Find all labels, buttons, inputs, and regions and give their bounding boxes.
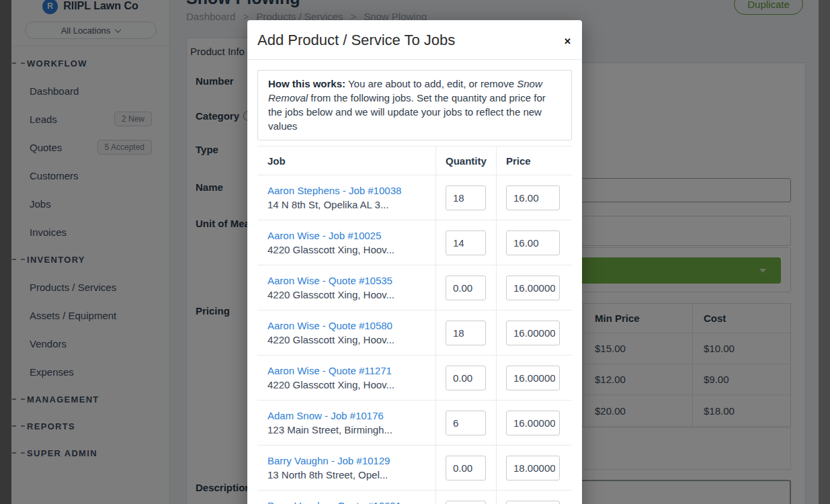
job-row: Barry Vaughn - Job #10129 13 North 8th S… <box>257 446 572 491</box>
price-input[interactable] <box>506 321 560 345</box>
quantity-cell <box>435 401 496 445</box>
price-input[interactable] <box>506 276 560 300</box>
price-input[interactable] <box>506 411 560 435</box>
job-cell: Aaron Wise - Quote #10580 4220 Glasscott… <box>257 320 435 345</box>
job-link[interactable]: Aaron Wise - Quote #10580 <box>267 320 430 331</box>
price-cell <box>496 401 572 445</box>
how-note-text-1: You are about to add, edit, or remove <box>345 78 517 89</box>
price-cell <box>496 310 572 355</box>
price-cell <box>496 265 572 310</box>
quantity-input[interactable] <box>446 501 486 504</box>
job-cell: Aaron Wise - Quote #11271 4220 Glasscott… <box>257 365 435 390</box>
job-row: Aaron Wise - Quote #10580 4220 Glasscott… <box>257 310 572 355</box>
job-link[interactable]: Aaron Wise - Quote #10535 <box>267 275 430 286</box>
modal-header: Add Product / Service To Jobs <box>247 20 582 60</box>
job-cell: Aaron Wise - Quote #10535 4220 Glasscott… <box>257 275 435 300</box>
quantity-cell <box>435 310 496 355</box>
quantity-input[interactable] <box>446 321 486 345</box>
quantity-input[interactable] <box>446 456 486 480</box>
close-icon[interactable] <box>564 36 571 46</box>
modal-title: Add Product / Service To Jobs <box>257 32 572 49</box>
job-row: Barry Vaughn - Quote #10691 13 North 8th… <box>257 491 572 504</box>
quantity-input[interactable] <box>446 411 486 435</box>
job-link[interactable]: Barry Vaughn - Quote #10691 <box>267 500 430 504</box>
quantity-cell <box>435 355 496 400</box>
jobs-table: Job Quantity Price Aaron Stephens - Job … <box>257 146 572 504</box>
job-address: 4220 Glasscott Xing, Hoov... <box>267 334 430 345</box>
quantity-input[interactable] <box>446 185 486 210</box>
price-input[interactable] <box>506 230 560 255</box>
job-link[interactable]: Aaron Wise - Quote #11271 <box>267 365 430 376</box>
job-address: 4220 Glasscott Xing, Hoov... <box>267 379 430 390</box>
job-address: 13 North 8th Street, Opel... <box>267 469 430 480</box>
price-input[interactable] <box>506 366 560 390</box>
job-cell: Aaron Wise - Job #10025 4220 Glasscott X… <box>257 230 435 255</box>
col-quantity: Quantity <box>435 146 496 175</box>
quantity-cell <box>435 175 496 220</box>
job-row: Aaron Wise - Quote #11271 4220 Glasscott… <box>257 355 572 401</box>
price-cell <box>496 175 572 220</box>
job-cell: Adam Snow - Job #10176 123 Main Street, … <box>257 410 435 435</box>
job-link[interactable]: Aaron Wise - Job #10025 <box>267 230 430 241</box>
quantity-cell <box>435 220 496 265</box>
modal-body: How this works: You are about to add, ed… <box>247 60 582 504</box>
quantity-input[interactable] <box>446 276 486 300</box>
job-row: Adam Snow - Job #10176 123 Main Street, … <box>257 401 572 446</box>
price-input[interactable] <box>506 456 560 480</box>
job-cell: Barry Vaughn - Job #10129 13 North 8th S… <box>257 455 435 480</box>
how-this-works-note: How this works: You are about to add, ed… <box>257 70 572 140</box>
price-cell <box>496 446 572 490</box>
quantity-cell <box>435 446 496 490</box>
quantity-input[interactable] <box>446 366 486 390</box>
quantity-cell <box>435 491 496 504</box>
jobs-table-body: Aaron Stephens - Job #10038 14 N 8th St,… <box>257 175 572 504</box>
quantity-input[interactable] <box>446 230 486 255</box>
price-cell <box>496 491 572 504</box>
job-link[interactable]: Adam Snow - Job #10176 <box>267 410 430 421</box>
col-price: Price <box>496 146 572 175</box>
add-product-modal: Add Product / Service To Jobs How this w… <box>247 20 582 504</box>
job-row: Aaron Stephens - Job #10038 14 N 8th St,… <box>257 175 572 220</box>
how-note-lead: How this works: <box>268 78 345 89</box>
job-row: Aaron Wise - Job #10025 4220 Glasscott X… <box>257 220 572 265</box>
job-link[interactable]: Aaron Stephens - Job #10038 <box>267 185 430 196</box>
job-cell: Aaron Stephens - Job #10038 14 N 8th St,… <box>257 185 435 210</box>
job-address: 4220 Glasscott Xing, Hoov... <box>267 289 430 300</box>
quantity-cell <box>435 265 496 310</box>
price-cell <box>496 220 572 265</box>
jobs-table-header: Job Quantity Price <box>257 146 572 175</box>
job-link[interactable]: Barry Vaughn - Job #10129 <box>267 455 430 466</box>
price-cell <box>496 355 572 400</box>
job-address: 4220 Glasscott Xing, Hoov... <box>267 244 430 255</box>
job-row: Aaron Wise - Quote #10535 4220 Glasscott… <box>257 265 572 310</box>
scrollbar[interactable] <box>819 0 830 504</box>
job-cell: Barry Vaughn - Quote #10691 13 North 8th… <box>257 500 435 504</box>
job-address: 123 Main Street, Birmingh... <box>267 424 430 435</box>
how-note-text-2: from the following jobs. Set the quantit… <box>268 92 546 132</box>
price-input[interactable] <box>506 185 560 210</box>
price-input[interactable] <box>506 501 560 504</box>
col-job: Job <box>257 155 435 167</box>
job-address: 14 N 8th St, Opelika AL 3... <box>267 199 430 210</box>
